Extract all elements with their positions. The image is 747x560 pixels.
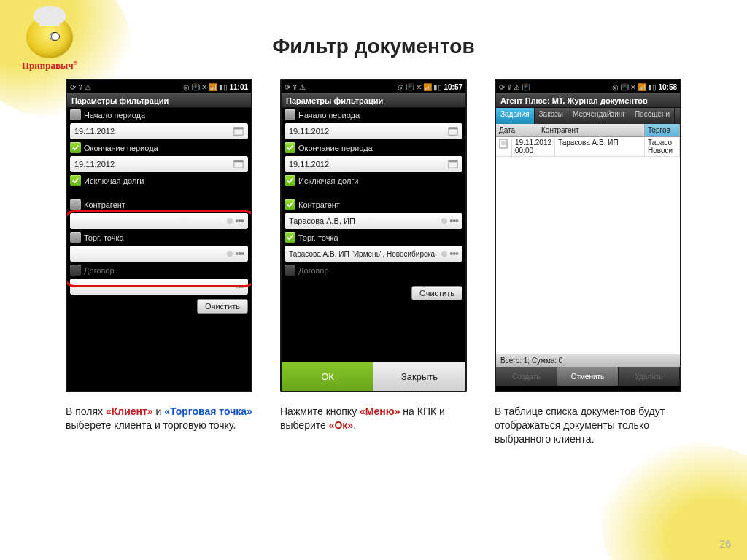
more-icon[interactable]: ••• [226, 215, 244, 227]
svg-rect-3 [234, 160, 243, 163]
app-header: Параметры фильтрации [67, 93, 251, 108]
contragent-row[interactable]: Контрагент [282, 198, 465, 211]
caption-1: В полях «Клиент» и «Торговая точка» выбе… [66, 405, 252, 446]
more-icon[interactable]: ••• [441, 248, 458, 260]
contragent-input[interactable]: ••• [70, 213, 248, 229]
end-date-value: 19.11.2012 [289, 160, 329, 168]
contract-label: Договор [84, 266, 115, 275]
exclude-debts-label: Исключая долги [84, 176, 144, 185]
clear-button[interactable]: Очистить [197, 299, 248, 314]
contract-label: Договор [298, 266, 329, 275]
brand-logo-text: Приправыч® [22, 60, 78, 71]
exclude-debts-row[interactable]: Исключая долги [282, 174, 465, 187]
checkbox-checked-icon[interactable] [70, 175, 81, 186]
row-trade-point: Тарасо Новоси [645, 137, 680, 156]
end-period-label: Окончание периода [298, 144, 373, 152]
vibrate-icon: 📳 [406, 83, 414, 91]
contragent-row[interactable]: Контрагент [67, 198, 251, 211]
table-header: Дата Контрагент Торгов [496, 124, 680, 137]
vibrate-icon: 📳 [620, 83, 629, 91]
sync-icon: ⟳ [285, 83, 290, 91]
tab-bar: Задания Заказы Мерчендайзинг Посещени [496, 108, 680, 124]
svg-point-10 [441, 218, 447, 224]
checkbox-unchecked-icon[interactable] [70, 199, 81, 210]
clear-button[interactable]: Очистить [411, 286, 462, 300]
checkbox-disabled-icon [70, 265, 81, 276]
checkbox-checked-icon[interactable] [285, 175, 295, 186]
create-button[interactable]: Создать [496, 367, 557, 386]
trade-point-value: Тарасова А.В. ИП "Ирмень", Новосибирска [289, 250, 435, 258]
gps-icon: ◎ [183, 83, 190, 91]
screenshot-document-journal: ⟳ ⇪ ⚠ 📳 ◎ 📳 ✕ 📶 ▮▯ 10:58 Агент Плюс: МТ.… [495, 79, 681, 392]
clock: 10:57 [444, 83, 462, 91]
trade-point-label: Торг. точка [298, 233, 338, 242]
upload-icon: ⇪ [292, 83, 298, 91]
document-icon [499, 139, 508, 149]
signal-icon: ✕ [630, 83, 636, 91]
checkbox-unchecked-icon[interactable] [70, 232, 81, 243]
start-date-value: 19.11.2012 [74, 127, 115, 136]
trade-point-input[interactable]: ••• [70, 246, 248, 262]
ok-button[interactable]: ОК [282, 362, 374, 391]
checkbox-checked-icon[interactable] [285, 142, 295, 153]
caption-2: Нажмите кнопку «Меню» на КПК и выберите … [280, 405, 467, 446]
tab-tasks[interactable]: Задания [496, 108, 535, 124]
more-icon[interactable]: ••• [441, 215, 458, 227]
col-date[interactable]: Дата [496, 124, 538, 136]
menu-bar: ОК Закрыть [282, 362, 465, 391]
exclude-debts-row[interactable]: Исключая долги [67, 174, 251, 187]
start-period-row[interactable]: Начало периода [282, 108, 465, 122]
trade-point-input[interactable]: Тарасова А.В. ИП "Ирмень", Новосибирска … [285, 246, 462, 262]
checkbox-unchecked-icon[interactable] [70, 109, 81, 120]
more-icon[interactable]: ••• [235, 281, 244, 292]
checkbox-checked-icon[interactable] [285, 232, 295, 243]
start-period-row[interactable]: Начало периода [67, 108, 251, 122]
col-trade-point[interactable]: Торгов [645, 124, 680, 136]
app-header: Агент Плюс: МТ. Журнал документов [496, 93, 680, 108]
checkbox-checked-icon[interactable] [70, 142, 81, 153]
contract-input[interactable]: ••• [70, 279, 248, 295]
delete-button[interactable]: Удалить [619, 367, 680, 386]
status-bar: ⟳ ⇪ ⚠ ◎ 📳 ✕ 📶 ▮▯ 10:57 [282, 80, 465, 93]
battery-icon: ▮▯ [648, 83, 657, 91]
clock: 10:58 [658, 83, 677, 91]
start-date-input[interactable]: 19.11.2012 [285, 123, 462, 139]
contragent-input[interactable]: Тарасова А.В. ИП ••• [285, 213, 462, 229]
checkbox-unchecked-icon[interactable] [285, 109, 295, 120]
table-row[interactable]: 19.11.2012 00:00 Тарасова А.В. ИП Тарасо… [496, 137, 680, 157]
end-period-row[interactable]: Окончание периода [67, 141, 251, 155]
battery-icon: ▮▯ [219, 83, 228, 91]
more-icon[interactable]: ••• [226, 248, 244, 260]
checkbox-disabled-icon [285, 265, 295, 276]
screenshot-filter-filled: ⟳ ⇪ ⚠ ◎ 📳 ✕ 📶 ▮▯ 10:57 Параметры фильтра… [280, 79, 467, 392]
tab-merchandising[interactable]: Мерчендайзинг [568, 108, 630, 124]
start-period-label: Начало периода [84, 111, 145, 120]
start-date-input[interactable]: 19.11.2012 [70, 123, 248, 139]
end-date-value: 19.11.2012 [74, 160, 115, 168]
svg-rect-12 [500, 139, 507, 148]
app-header: Параметры фильтрации [282, 93, 465, 108]
svg-point-11 [441, 251, 447, 257]
tab-visits[interactable]: Посещени [630, 108, 675, 124]
svg-rect-9 [449, 160, 457, 163]
close-button[interactable]: Закрыть [374, 362, 465, 391]
document-table: Дата Контрагент Торгов 19.11.2012 00:00 … [496, 124, 680, 354]
checkbox-checked-icon[interactable] [285, 199, 295, 210]
trade-point-row[interactable]: Торг. точка [67, 230, 251, 244]
contragent-label: Контрагент [298, 201, 340, 209]
tab-orders[interactable]: Заказы [535, 108, 568, 124]
action-bar: Создать Отменить Удалить [496, 367, 680, 386]
end-period-row[interactable]: Окончание периода [282, 141, 465, 155]
end-date-input[interactable]: 19.11.2012 [70, 156, 248, 172]
start-period-label: Начало периода [298, 111, 360, 120]
trade-point-row[interactable]: Торг. точка [282, 230, 465, 244]
signal-3g-icon: 📶 [638, 83, 646, 91]
col-contragent[interactable]: Контрагент [538, 124, 645, 136]
end-date-input[interactable]: 19.11.2012 [285, 156, 462, 172]
gps-icon: ◎ [398, 83, 404, 91]
status-bar-totals: Всего: 1; Сумма: 0 [496, 354, 680, 367]
calendar-icon [448, 126, 458, 136]
sync-icon: ⟳ [499, 83, 505, 91]
cancel-button[interactable]: Отменить [557, 367, 619, 386]
row-date: 19.11.2012 [515, 139, 551, 147]
